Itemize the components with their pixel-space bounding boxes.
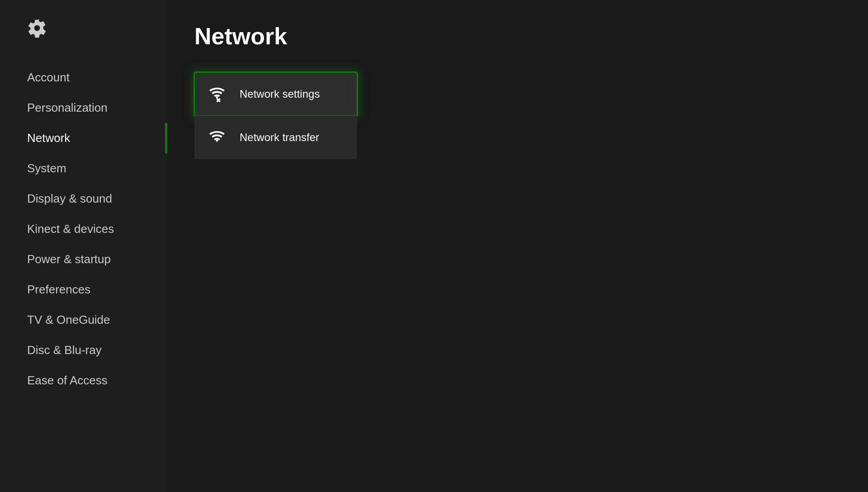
- network-menu-list: Network settings Network transfer: [194, 72, 357, 159]
- sidebar-item-display-sound[interactable]: Display & sound: [0, 184, 167, 214]
- sidebar-item-label: Kinect & devices: [27, 222, 114, 236]
- sidebar-item-ease-of-access[interactable]: Ease of Access: [0, 365, 167, 396]
- sidebar-item-disc-bluray[interactable]: Disc & Blu-ray: [0, 335, 167, 365]
- sidebar-item-label: Disc & Blu-ray: [27, 343, 102, 357]
- sidebar-item-label: Power & startup: [27, 252, 111, 266]
- network-settings-label: Network settings: [240, 88, 320, 100]
- sidebar-item-personalization[interactable]: Personalization: [0, 93, 167, 123]
- sidebar-item-label: Personalization: [27, 101, 108, 114]
- sidebar-item-label: TV & OneGuide: [27, 313, 110, 326]
- settings-gear-icon[interactable]: [0, 18, 167, 62]
- sidebar-item-preferences[interactable]: Preferences: [0, 274, 167, 305]
- sidebar-item-label: Network: [27, 131, 70, 145]
- sidebar-item-account[interactable]: Account: [0, 62, 167, 93]
- sidebar-item-label: Preferences: [27, 283, 90, 296]
- sidebar-item-network[interactable]: Network: [0, 123, 167, 153]
- sidebar: Account Personalization Network System D…: [0, 0, 167, 492]
- sidebar-item-label: System: [27, 161, 66, 175]
- network-transfer-label: Network transfer: [240, 131, 319, 144]
- wifi-settings-icon: [208, 85, 226, 103]
- network-settings-item[interactable]: Network settings: [194, 72, 357, 116]
- sidebar-item-power-startup[interactable]: Power & startup: [0, 244, 167, 274]
- sidebar-navigation: Account Personalization Network System D…: [0, 62, 167, 396]
- sidebar-item-kinect-devices[interactable]: Kinect & devices: [0, 214, 167, 244]
- sidebar-item-label: Display & sound: [27, 192, 112, 205]
- sidebar-item-tv-oneguide[interactable]: TV & OneGuide: [0, 305, 167, 335]
- sidebar-item-system[interactable]: System: [0, 153, 167, 184]
- main-content: Network Network settings Network transfe…: [167, 0, 868, 492]
- sidebar-item-label: Account: [27, 71, 70, 84]
- network-transfer-item[interactable]: Network transfer: [194, 116, 357, 159]
- wifi-transfer-icon: [208, 128, 226, 147]
- page-title: Network: [194, 23, 841, 50]
- sidebar-item-label: Ease of Access: [27, 374, 108, 387]
